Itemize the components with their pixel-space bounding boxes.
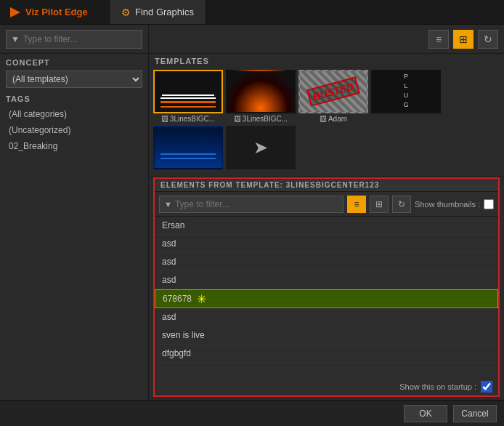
concept-label: CONCEPT [0,54,148,68]
tag-item-02-breaking[interactable]: 02_Breaking [0,138,148,154]
elements-toolbar: ▼ ≡ ⊞ ↻ Show thumbnails : [155,192,498,217]
title-bar: Viz Pilot Edge ⚙ Find Graphics [0,0,504,25]
right-top-bar: ≡ ⊞ ↻ [149,25,504,54]
refresh-button[interactable]: ↻ [478,30,498,49]
template-thumb-6: ➤ [226,126,296,169]
bottom-bar: OK Cancel [0,400,504,426]
elem-row-asd-3[interactable]: asd [155,271,498,289]
elem-row-asd-2[interactable]: asd [155,253,498,271]
show-startup-checkbox[interactable] [481,381,492,393]
concept-select[interactable]: (All templates) [6,71,142,88]
elem-row-asd-4[interactable]: asd [155,308,498,326]
elem-row-asd-1[interactable]: asd [155,235,498,253]
find-graphics-tab[interactable]: ⚙ Find Graphics [109,0,206,24]
template-item-4[interactable]: PLUG [371,70,441,123]
template-item-1[interactable]: 🖼 3LinesBIGC... [153,70,223,123]
filter-icon: ▼ [11,34,20,44]
elements-list: Ersan asd asd asd 678678 asd sven is liv… [155,217,498,378]
show-thumbnails-label: Show thumbnails : [415,200,480,209]
template-item-6[interactable]: ➤ [226,126,296,171]
elem-filter-input[interactable] [175,199,338,209]
elem-grid-view-button[interactable]: ⊞ [370,196,389,213]
right-panel: ≡ ⊞ ↻ TEMPLATES [149,25,504,400]
elem-row-ersan[interactable]: Ersan [155,217,498,235]
app-name: Viz Pilot Edge [25,7,88,17]
templates-area: TEMPLATES [149,54,504,177]
main-area: ▼ CONCEPT (All templates) TAGS (All cate… [0,25,504,400]
grid-view-button[interactable]: ⊞ [453,30,473,49]
svg-marker-0 [10,7,20,17]
elem-filter-icon: ▼ [164,200,172,209]
template-thumb-2 [226,70,296,113]
right-content: TEMPLATES [149,54,504,400]
tags-list: (All categories) (Uncategorized) 02_Brea… [0,105,148,400]
app-logo: Viz Pilot Edge [0,6,109,19]
show-startup-row: Show this on startup : [155,378,498,395]
list-view-button[interactable]: ≡ [428,30,449,49]
cancel-button[interactable]: Cancel [453,405,497,422]
concept-dropdown-row: (All templates) [0,68,148,90]
elem-row-dfgbgfd[interactable]: dfgbgfd [155,345,498,363]
tags-label: TAGS [0,90,148,105]
elements-panel: ELEMENTS FROM TEMPLATE: 3LINESBIGCENTER1… [153,177,500,397]
left-filter-input[interactable] [23,34,137,44]
elem-refresh-button[interactable]: ↻ [392,196,411,213]
elem-row-678678[interactable]: 678678 [155,289,498,308]
template-item-3[interactable]: BUSTED 🖼 Adam [298,70,368,123]
template-grid: 🖼 3LinesBIGC... 🖼 3Line [149,67,504,174]
template-thumb-5 [153,126,223,169]
template-name-2: 🖼 3LinesBIGC... [234,115,288,123]
template-name-1: 🖼 3LinesBIGC... [161,115,215,123]
tab-icon: ⚙ [121,7,131,18]
left-filter-bar: ▼ [0,25,148,54]
tag-item-all-categories[interactable]: (All categories) [0,106,148,122]
logo-icon [9,6,22,19]
template-thumb-1 [153,70,223,113]
templates-label: TEMPLATES [149,54,504,67]
left-filter-wrap[interactable]: ▼ [6,30,142,49]
show-thumbnails-checkbox[interactable] [484,199,494,209]
template-name-3: 🖼 Adam [320,115,347,123]
template-thumb-3: BUSTED [298,70,368,113]
template-item-5[interactable] [153,126,223,171]
template-thumb-4: PLUG [371,70,441,113]
template-img-icon-1: 🖼 [161,115,168,123]
template-img-icon-3: 🖼 [320,115,327,123]
left-panel: ▼ CONCEPT (All templates) TAGS (All cate… [0,25,149,400]
template-item-2[interactable]: 🖼 3LinesBIGC... [226,70,296,123]
elements-header: ELEMENTS FROM TEMPLATE: 3LINESBIGCENTER1… [155,179,498,192]
ok-button[interactable]: OK [404,405,447,422]
elem-list-view-button[interactable]: ≡ [347,196,366,213]
elem-filter-wrap[interactable]: ▼ [159,196,344,213]
template-img-icon-2: 🖼 [234,115,241,123]
elem-row-sven[interactable]: sven is live [155,326,498,345]
tag-item-uncategorized[interactable]: (Uncategorized) [0,122,148,138]
show-startup-label: Show this on startup : [399,382,476,391]
tab-label: Find Graphics [135,7,194,17]
